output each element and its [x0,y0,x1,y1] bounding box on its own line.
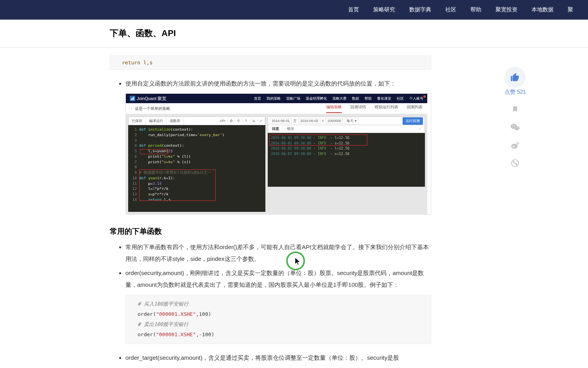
nav-strategy[interactable]: 策略研究 [373,6,395,13]
log-tabs: 日志 错误 ⌄ [268,125,425,133]
svg-point-14 [513,161,514,162]
date-to-field[interactable]: 2016-06-02 [298,118,320,124]
like-count-label: 点赞 521 [505,89,526,96]
nav-help[interactable]: 帮助 [470,6,481,13]
settings-icon[interactable]: ⚙ [228,119,235,123]
tab-edit-strategy[interactable]: 编辑策略 [326,104,342,113]
section-heading-order-fns: 常用的下单函数 [110,226,431,237]
compile-run-btn[interactable]: 编译运行 [146,117,167,125]
thumbs-up-icon [510,72,520,82]
mini-right-tabs: 编辑策略 回测详情 模拟运行列表 回测列表 [326,104,423,113]
tab-error[interactable]: 错误 [283,125,298,133]
tab-backtest-list[interactable]: 回测列表 [407,104,423,113]
svg-point-15 [516,164,517,165]
svg-point-11 [513,146,515,148]
fn-lib-btn[interactable]: 函数库 [167,117,184,125]
search-icon[interactable]: ⚲ [235,119,242,123]
nav-community[interactable]: 社区 [445,6,456,13]
strategy-name: 这是一个简单的策略 [135,106,170,111]
svg-point-5 [514,126,519,130]
code-order-example: # 买入100股平安银行 order("000001.XSHE",100) # … [125,295,431,344]
fullscreen-icon[interactable]: ⤢ [258,119,265,123]
mini-logo-text: JoinQuant 聚宽 [137,96,166,102]
mini-app-header: JoinQuant 聚宽 首页 我的策略 策略广场 基金经理孵化 策略大赛 数据… [126,94,427,103]
run-backtest-button[interactable]: 运行回测 [403,117,423,125]
svg-rect-2 [133,97,134,100]
bullet-order-fn: order(security,amount)，刚刚细讲过，含义是买卖一定数量的（… [125,267,431,344]
side-widget-rail: 点赞 521 [505,67,526,168]
page-header: 下单、函数、API [0,20,588,47]
bullet-order-target: order_target(security,amount)，含义是通过买卖，将股… [125,352,431,364]
editor-toolbar: 已保存 编译运行 函数库 API ⚙ ⚲ ？ ⇲ ⤢ [128,117,265,125]
svg-rect-1 [132,98,133,100]
export-icon[interactable]: ⇲ [250,119,258,123]
mini-nav-item[interactable]: 社区 [397,96,404,101]
freq-select[interactable]: 每天 ▾ [345,118,359,124]
nav-more[interactable]: 聚 [568,6,573,13]
svg-point-6 [512,126,513,126]
code-snippet-top: return l,s [110,55,431,70]
log-panel: 2016-06-01 09:30:00 - INFO - l=12.562016… [268,133,425,187]
nav-local-data[interactable]: 本地数据 [532,6,554,13]
help-icon[interactable]: ？ [242,118,250,124]
bullet-custom-fn: 使用自定义函数的方法跟前文讲的使用函数的方法一致，需要说明的是定义函数的代码放的… [125,78,431,89]
amount-field[interactable]: 1000000 [325,118,343,124]
mini-logo: JoinQuant 聚宽 [130,96,166,102]
mini-nav-item[interactable]: 数据 [352,96,359,101]
back-chevron-icon[interactable]: ‹ [131,106,132,111]
api-btn[interactable]: API [218,119,228,123]
svg-point-8 [516,128,517,128]
svg-point-7 [514,126,515,126]
nav-invest[interactable]: 聚宽投资 [495,6,517,13]
bookmark-icon[interactable] [510,104,520,114]
collapse-chevron-icon[interactable]: ⌄ [415,125,425,133]
currency-label: ¥ [322,119,324,123]
mini-nav-item[interactable]: 我的策略 [267,96,281,101]
to-label: 至 [293,118,297,124]
mini-nav: 首页 我的策略 策略广场 基金经理孵化 策略大赛 数据 帮助 量化课堂 社区 个… [254,96,423,101]
svg-rect-0 [131,98,132,100]
code-line: return l,s [122,60,152,66]
svg-point-12 [513,147,514,148]
svg-point-9 [517,128,518,128]
weibo-icon[interactable] [510,140,520,150]
mini-nav-item-account[interactable]: 个人账号 [409,96,423,101]
mini-nav-item[interactable]: 基金经理孵化 [306,96,327,101]
date-from-field[interactable]: 2016-06-01 [270,118,292,124]
ide-screenshot: JoinQuant 聚宽 首页 我的策略 策略广场 基金经理孵化 策略大赛 数据… [125,93,431,215]
nav-data-dict[interactable]: 数据字典 [409,6,431,13]
page-title: 下单、函数、API [110,27,588,39]
main-content: return l,s 使用自定义函数的方法跟前文讲的使用函数的方法一致，需要说明… [110,47,431,364]
tab-sim-run-list[interactable]: 模拟运行列表 [375,104,398,113]
mini-nav-item[interactable]: 策略广场 [286,96,300,101]
nav-home[interactable]: 首页 [348,6,359,13]
mini-sub-nav: ‹ 这是一个简单的策略 编辑策略 回测详情 模拟运行列表 回测列表 [126,103,427,114]
bar-chart-icon [130,96,135,101]
top-navigation: 首页 策略研究 数据字典 社区 帮助 聚宽投资 本地数据 聚 [0,0,588,20]
bullet-four-fns: 常用的下单函数有四个，使用方法和order()差不多，可能有人自己看API文档就… [125,241,431,265]
mini-nav-item[interactable]: 策略大赛 [332,96,347,101]
tab-backtest-detail[interactable]: 回测详情 [350,104,366,113]
backtest-config-bar: 2016-06-01 至 2016-06-02 ¥ 1000000 每天 ▾ 运… [268,117,425,125]
share-icon[interactable] [510,158,520,168]
saved-chip: 已保存 [129,117,146,125]
mini-nav-item[interactable]: 帮助 [365,96,372,101]
like-widget[interactable]: 点赞 521 [505,67,526,96]
wechat-icon[interactable] [510,122,520,132]
code-editor[interactable]: 1def initialize(context):2 run_daily(per… [128,125,265,212]
mini-nav-item[interactable]: 首页 [254,96,261,101]
tab-log[interactable]: 日志 [268,125,283,133]
mini-nav-item[interactable]: 量化课堂 [377,96,391,101]
